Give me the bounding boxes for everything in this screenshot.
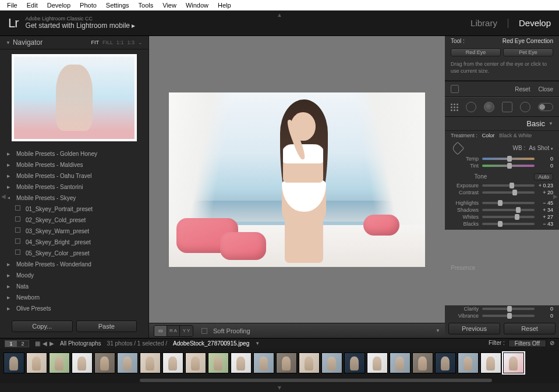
filter-lock-icon[interactable]: ⊘ (550, 340, 554, 347)
eyedropper-icon[interactable] (451, 141, 466, 154)
toggle-switch-icon[interactable] (451, 85, 459, 93)
display-1[interactable]: 1 (5, 341, 17, 347)
radial-tool-icon[interactable] (520, 102, 530, 112)
filmstrip-thumb-selected[interactable] (503, 352, 524, 373)
paste-button[interactable]: Paste (76, 320, 137, 332)
preset-group-open[interactable]: ▼Mobile Presets - Skyey (0, 193, 148, 204)
module-develop[interactable]: Develop (519, 18, 551, 28)
filmstrip-thumb[interactable] (321, 352, 342, 373)
prev-photo-icon[interactable]: ◀ (43, 340, 47, 347)
preset-group[interactable]: ▶Mobile Presets - Oahu Travel (0, 170, 148, 181)
os-menubar[interactable]: File Edit Develop Photo Settings Tools V… (0, 0, 559, 10)
menu-edit[interactable]: Edit (22, 2, 43, 9)
secondary-display[interactable]: 1 2 (5, 340, 29, 347)
filter-dropdown[interactable]: Filters Off (508, 340, 546, 347)
filmstrip-thumb[interactable] (367, 352, 388, 373)
filmstrip-thumb[interactable] (253, 352, 274, 373)
basic-panel-header[interactable]: Basic ▼ (445, 117, 559, 131)
zoom-ratio[interactable]: 1:3 (127, 40, 135, 45)
reset-develop-button[interactable]: Reset (504, 323, 556, 334)
preset-group[interactable]: ▶Mobile Presets - Santorini (0, 181, 148, 193)
treatment-color[interactable]: Color (482, 133, 495, 138)
photo-canvas[interactable] (169, 92, 425, 267)
preset-item[interactable]: 05_Skyey_Color _preset (0, 248, 148, 259)
whites-slider[interactable]: Whites+ 27 (445, 213, 559, 220)
navigator-header[interactable]: ▼ Navigator FIT FILL 1:1 1:3 ⌄ (0, 36, 148, 49)
crop-tool-icon[interactable] (451, 104, 458, 111)
filmstrip-thumb[interactable] (458, 352, 479, 373)
filmstrip-thumb[interactable] (94, 352, 115, 373)
view-before-after-icon[interactable]: R A (167, 326, 180, 336)
menu-develop[interactable]: Develop (43, 2, 75, 9)
collapse-left-icon[interactable]: ◀ (1, 193, 6, 199)
peteye-tab[interactable]: Pet Eye (503, 48, 553, 56)
collapse-bottom-icon[interactable]: ▼ (277, 384, 282, 391)
filmstrip-thumb[interactable] (162, 352, 183, 373)
filmstrip-thumb[interactable] (276, 352, 297, 373)
zoom-fill[interactable]: FILL (102, 40, 113, 45)
highlights-slider[interactable]: Highlights− 45 (445, 199, 559, 206)
collapse-right-icon[interactable]: ▶ (553, 193, 558, 199)
filmstrip-thumb[interactable] (49, 352, 70, 373)
collapse-top-icon[interactable]: ▲ (277, 12, 282, 18)
filmstrip-thumb[interactable] (208, 352, 229, 373)
chevron-icon[interactable]: ⌄ (138, 40, 143, 45)
filmstrip-thumb[interactable] (390, 352, 411, 373)
navigator-thumbnail[interactable] (12, 54, 137, 141)
filmstrip-thumb[interactable] (72, 352, 93, 373)
temp-slider[interactable]: Temp0 (445, 155, 559, 162)
menu-window[interactable]: Window (181, 2, 213, 9)
preset-group[interactable]: ▶Mobile Presets - Golden Honey (0, 148, 148, 159)
filmstrip[interactable] (0, 348, 559, 377)
previous-button[interactable]: Previous (448, 323, 500, 334)
filmstrip-thumb[interactable] (344, 352, 365, 373)
filmstrip-thumb[interactable] (435, 352, 456, 373)
menu-tools[interactable]: Tools (134, 2, 158, 9)
zoom-1to1[interactable]: 1:1 (116, 40, 124, 45)
preset-group[interactable]: ▶Newborn (0, 292, 148, 303)
contrast-slider[interactable]: Contrast+ 20 (445, 189, 559, 196)
tint-slider[interactable]: Tint0 (445, 162, 559, 169)
preset-group[interactable]: ▶Moody (0, 270, 148, 281)
preset-group[interactable]: ▶Olive Presets (0, 303, 148, 314)
redeye-tool-icon[interactable] (484, 102, 494, 112)
filmstrip-thumb[interactable] (140, 352, 161, 373)
copy-button[interactable]: Copy... (12, 320, 73, 332)
preset-item[interactable]: 04_Skyey_Bright _preset (0, 237, 148, 248)
preset-group[interactable]: ▶Mobile Presets - Maldives (0, 159, 148, 170)
soft-proofing-checkbox[interactable] (201, 328, 207, 334)
gradient-tool-icon[interactable] (502, 102, 512, 112)
preset-group[interactable]: ▶Orange&Teal (0, 314, 148, 317)
preset-item[interactable]: 01_Skyey_Portrait_preset (0, 204, 148, 215)
display-2[interactable]: 2 (17, 341, 29, 347)
preset-group[interactable]: ▶Mobile Presets - Wonderland (0, 259, 148, 270)
filmstrip-thumb[interactable] (3, 352, 24, 373)
filmstrip-thumb[interactable] (26, 352, 47, 373)
menu-view[interactable]: View (158, 2, 181, 9)
view-mode-toggle[interactable]: ▭ R A Y Y (154, 325, 193, 337)
reset-button[interactable]: Reset (515, 86, 530, 92)
auto-button[interactable]: Auto (534, 173, 553, 180)
brush-tool-icon[interactable] (538, 103, 553, 111)
preset-group[interactable]: ▶Nata (0, 281, 148, 292)
preset-item[interactable]: 02_Skyey_Cold_preset (0, 215, 148, 226)
view-single-icon[interactable]: ▭ (154, 326, 167, 336)
close-button[interactable]: Close (538, 86, 553, 92)
filmstrip-thumb[interactable] (185, 352, 206, 373)
filename-dropdown-icon[interactable]: ▼ (255, 341, 260, 346)
toolbar-expand-icon[interactable]: ▼ (436, 328, 440, 333)
filmstrip-scrollbar[interactable] (0, 377, 559, 383)
filmstrip-thumb[interactable] (231, 352, 252, 373)
module-library[interactable]: Library (470, 18, 497, 28)
source-label[interactable]: All Photographs (60, 340, 101, 347)
filmstrip-thumb[interactable] (480, 352, 501, 373)
shadows-slider[interactable]: Shadows+ 34 (445, 206, 559, 213)
filmstrip-thumb[interactable] (412, 352, 433, 373)
zoom-fit[interactable]: FIT (91, 40, 99, 45)
vibrance-slider[interactable]: Vibrance0 (445, 312, 559, 319)
menu-settings[interactable]: Settings (101, 2, 134, 9)
canvas-viewport[interactable] (149, 36, 445, 323)
exposure-slider[interactable]: Exposure+ 0.23 (445, 182, 559, 189)
spot-tool-icon[interactable] (466, 102, 476, 112)
treatment-bw[interactable]: Black & White (499, 133, 532, 138)
